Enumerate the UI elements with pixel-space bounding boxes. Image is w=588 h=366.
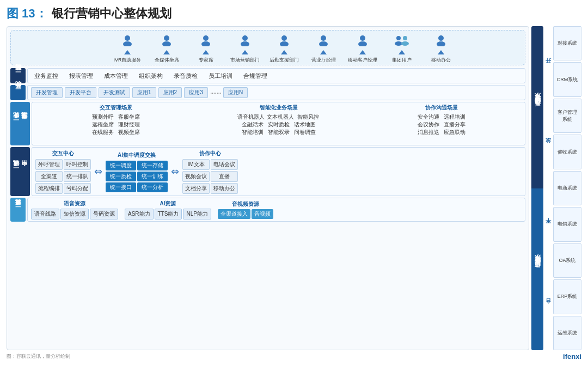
yunying-content: 业务监控 报表管理 成本管理 组织架构 录音质检 员工培训 合规管理: [27, 68, 525, 83]
xc-item-2: 电话会议: [211, 159, 238, 170]
xiezuo-item-4: 直播分享: [443, 121, 467, 129]
yunying-item-2: 报表管理: [66, 71, 96, 81]
user-icon-yidong: [355, 33, 370, 48]
avideo-block: 音视频资源 全渠道接入 音视频: [218, 200, 273, 219]
scene-xiezuo-row3: 消息推送 应急联动: [361, 129, 522, 136]
yunying-row: 统一运营 业务监控 报表管理 成本管理 组织架构 录音质检 员工培训 合规管理: [10, 68, 525, 83]
xiezuo-item-2: 远程培训: [443, 113, 467, 121]
bar-xitong: 系统运维管理体系: [531, 26, 543, 188]
scene-jiaohu: 交互管理场景 预测外呼 客服坐席 远程坐席 理财经理 在线服务: [35, 104, 196, 136]
user-icon-jituan: [392, 33, 412, 48]
kaifa-item-5: 应用2: [158, 87, 182, 98]
svg-point-1: [123, 41, 132, 46]
role-label-quanmeiti: 全媒体坐席: [155, 57, 179, 64]
yunying-item-3: 成本管理: [101, 71, 131, 81]
kaifang-labels: 开 放 平 台: [544, 26, 552, 350]
scene-zhineng-row3: 智能培训 智能双录 问卷调查: [198, 129, 359, 136]
jc-item-2: 呼叫控制: [64, 159, 91, 170]
xiezuo-item-3: 会议协作: [416, 121, 440, 129]
bar-xitong-label: 系统运维管理体系: [534, 103, 542, 112]
xiezuo-center-grid: IM文本 电话会议 视频会议 直播 文档分享 移动办公: [182, 159, 238, 194]
scene-jiaohu-row1: 预测外呼 客服坐席: [35, 113, 196, 121]
svg-point-10: [321, 35, 326, 41]
zhineng-item-4: 金融话术: [241, 121, 265, 129]
right-systems-list: 对接系统 CRM系统 客户管理系统 催收系统 电商系统 电销系统 OA系统 ER…: [553, 26, 581, 350]
sys-erp: ERP系统: [553, 279, 581, 314]
footer-logo: ifenxi: [563, 352, 581, 361]
page-container: 图 13： 银行营销中心整体规划 IVR自助服务: [0, 0, 588, 366]
user-role-yingyeting: 营业厅经理: [304, 33, 343, 64]
svg-point-4: [203, 35, 209, 41]
xc-item-5: 文档分享: [182, 183, 210, 194]
user-icon-ivr: [120, 33, 135, 48]
yunying-item-7: 合规管理: [240, 71, 271, 81]
ziyuan-inner: 语音资源 语音线路 短信资源 号码资源 AI资源 ASR能力: [31, 200, 522, 219]
svg-point-19: [437, 41, 445, 46]
jc-item-4: 统一排队: [64, 171, 91, 182]
diagram-area: IVR自助服务 全媒体坐席 专家席: [7, 26, 529, 350]
ziyuan-content: 语音资源 语音线路 短信资源 号码资源 AI资源 ASR能力: [27, 198, 525, 222]
arrow-right: ⇔: [171, 166, 179, 178]
user-icon-houqin: [277, 33, 292, 48]
sys-cuishou: 催收系统: [553, 135, 581, 169]
page-title: 图 13： 银行营销中心整体规划: [7, 5, 581, 22]
yunying-label: 统一运营: [10, 68, 26, 83]
role-label-yidong: 移动客户经理: [348, 57, 377, 64]
user-role-jituan: 集团用户: [382, 33, 421, 64]
kaifa-item-1: 开发管理: [31, 87, 63, 98]
svg-point-17: [401, 41, 409, 46]
yunying-item-5: 录音质检: [170, 71, 201, 81]
ai-center-header: AI集中调度交换: [118, 151, 156, 159]
role-label-zhuanjia: 专家席: [199, 57, 213, 64]
ai-item-1: 统一调度: [106, 161, 136, 170]
user-icon-shichangyingxiao: [237, 33, 253, 48]
footer: 图：容联云通讯，量分析绘制 ifenxi: [7, 352, 581, 361]
sys-dianxiao: 电销系统: [553, 207, 581, 241]
ai-item-5: 统一接口: [106, 182, 136, 192]
ziyuan-label: 统一资源管理: [10, 198, 26, 222]
tongxun-content: 交互中心 外呼管理 呼叫控制 全渠道 统一排队 流程编排 号码分配 ⇔: [32, 147, 525, 196]
avideo-title: 音视频资源: [232, 200, 259, 208]
yuyin-item-2: 短信资源: [60, 209, 89, 219]
svg-point-14: [396, 36, 401, 40]
xiezuo-item-5: 消息推送: [416, 129, 440, 136]
user-icon-yingyeting: [316, 33, 331, 48]
title-main: 银行营销中心整体规划: [52, 5, 171, 22]
svg-point-16: [403, 36, 407, 40]
kaifa-item-4: 应用1: [132, 87, 156, 98]
xc-item-6: 移动办公: [211, 183, 238, 194]
avideo-items: 全渠道接入 音视频: [218, 209, 273, 219]
jiaohu-item-2: 客服坐席: [117, 113, 141, 121]
ai-ziyuan-title: AI资源: [160, 200, 176, 208]
kaifa-content: 开发管理 开发平台 开发测试 应用1 应用2 应用3 ······· 应用N: [27, 85, 525, 100]
svg-point-8: [281, 35, 287, 41]
user-role-houqin: 后勤支援部门: [265, 33, 304, 64]
role-label-houqin: 后勤支援部门: [270, 57, 299, 64]
right-bars: 系统运维管理体系 信息安全保障体系: [531, 26, 543, 350]
jc-item-6: 号码分配: [64, 183, 91, 194]
zhineng-item-8: 智能双录: [267, 129, 291, 136]
ai-item-3: 统一质检: [106, 172, 136, 181]
yuyin-block: 语音资源 语音线路 短信资源 号码资源: [31, 200, 118, 219]
sys-dianshangs: 电商系统: [553, 171, 581, 205]
role-label-yingyeting: 营业厅经理: [311, 57, 336, 64]
jc-item-3: 全渠道: [35, 171, 63, 182]
svg-point-3: [162, 41, 171, 46]
role-label-yidongbangong: 移动办公: [431, 57, 451, 64]
zhineng-item-1: 语音机器人: [237, 113, 265, 121]
sys-crm: CRM系统: [553, 62, 581, 96]
kaifa-item-2: 开发平台: [65, 87, 96, 98]
ai-center-grid: 统一调度 统一存储 统一质检 统一训练 统一接口 统一分析: [106, 161, 168, 192]
tongxun-label: 统一通讯 中台: [10, 147, 30, 196]
svg-point-12: [360, 35, 365, 41]
user-roles-row: IVR自助服务 全媒体坐席 专家席: [10, 30, 525, 65]
xc-item-1: IM文本: [182, 159, 210, 170]
scene-grid: 交互管理场景 预测外呼 客服坐席 远程坐席 理财经理 在线服务: [35, 104, 522, 136]
sys-yunwei: 运维系统: [553, 316, 581, 350]
kaifa-dots: ·······: [210, 88, 221, 97]
ai-item-6: 统一分析: [137, 182, 168, 192]
scene-xiezuo-header: 协作沟通场景: [361, 104, 522, 112]
svg-point-13: [358, 41, 367, 46]
avideo-item-2: 音视频: [252, 209, 273, 219]
zhineng-item-2: 文本机器人: [267, 113, 294, 121]
